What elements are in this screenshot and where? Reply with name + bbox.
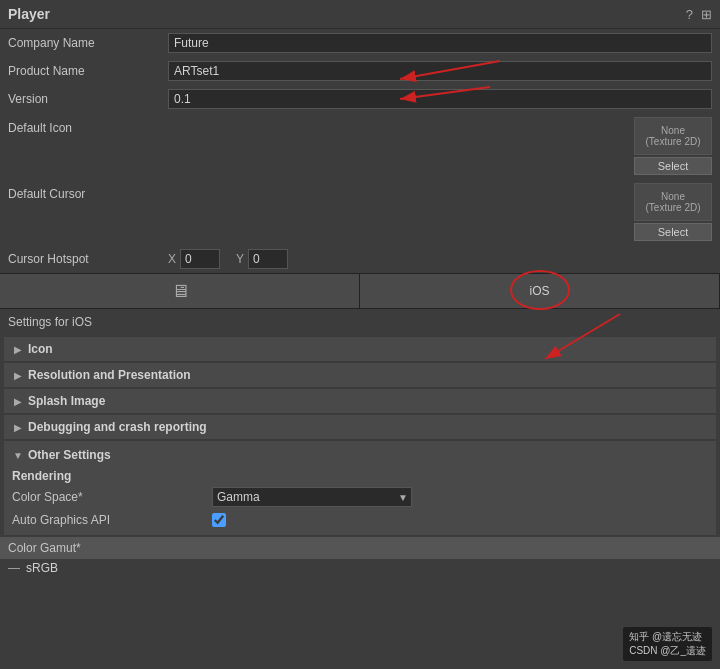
default-icon-select-button[interactable]: Select <box>634 157 712 175</box>
color-space-select[interactable]: Gamma Linear <box>212 487 412 507</box>
company-name-input[interactable] <box>168 33 712 53</box>
company-name-row: Company Name <box>0 29 720 57</box>
other-settings-toggle: ▼ <box>12 449 24 461</box>
default-cursor-texture-box: None (Texture 2D) <box>634 183 712 221</box>
cursor-hotspot-row: Cursor Hotspot X Y <box>0 245 720 273</box>
panel-header: Player ? ⊞ <box>0 0 720 29</box>
panel-title: Player <box>8 6 50 22</box>
default-cursor-placeholder: None (Texture 2D) Select <box>634 183 712 241</box>
player-panel: Player ? ⊞ Company Name Product Name Ver… <box>0 0 720 669</box>
settings-header: Settings for iOS <box>0 309 720 335</box>
color-gamut-label: Color Gamut* <box>8 541 208 555</box>
default-cursor-select-button[interactable]: Select <box>634 223 712 241</box>
icon-toggle: ▶ <box>12 343 24 355</box>
color-gamut-row: Color Gamut* <box>0 537 720 559</box>
tab-ios[interactable]: iOS <box>360 274 720 308</box>
color-space-row: Color Space* Gamma Linear ▼ <box>12 485 708 509</box>
other-settings-header[interactable]: ▼ Other Settings <box>12 445 708 465</box>
version-row: Version <box>0 85 720 113</box>
splash-section-label: Splash Image <box>28 394 105 408</box>
color-space-label: Color Space* <box>12 490 212 504</box>
section-other-settings: ▼ Other Settings Rendering Color Space* … <box>4 441 716 535</box>
desktop-icon: 🖥 <box>171 281 189 302</box>
srgb-dash: — <box>8 561 20 575</box>
help-icon[interactable]: ? <box>686 7 693 22</box>
texture-none-text: None <box>645 125 700 136</box>
version-input[interactable] <box>168 89 712 109</box>
default-icon-placeholder: None (Texture 2D) Select <box>634 117 712 175</box>
ios-tab-label: iOS <box>529 284 549 298</box>
default-icon-row: Default Icon None (Texture 2D) Select <box>0 113 720 179</box>
default-cursor-row: Default Cursor None (Texture 2D) Select <box>0 179 720 245</box>
default-cursor-label: Default Cursor <box>8 183 168 201</box>
section-debugging[interactable]: ▶ Debugging and crash reporting <box>4 415 716 440</box>
product-name-value-container <box>168 61 712 81</box>
default-icon-texture-box: None (Texture 2D) <box>634 117 712 155</box>
section-splash[interactable]: ▶ Splash Image <box>4 389 716 414</box>
panel-icons: ? ⊞ <box>686 7 712 22</box>
srgb-row: — sRGB <box>0 559 720 577</box>
product-name-label: Product Name <box>8 64 168 78</box>
hotspot-x-field: X <box>168 249 220 269</box>
color-space-dropdown-wrapper: Gamma Linear ▼ <box>212 487 412 507</box>
watermark: 知乎 @遗忘无迹CSDN @乙_遗迹 <box>623 627 712 661</box>
product-name-input[interactable] <box>168 61 712 81</box>
product-name-row: Product Name <box>0 57 720 85</box>
section-resolution[interactable]: ▶ Resolution and Presentation <box>4 363 716 388</box>
auto-graphics-label: Auto Graphics API <box>12 513 212 527</box>
texture-type-text: (Texture 2D) <box>645 136 700 147</box>
tab-desktop[interactable]: 🖥 <box>0 274 360 308</box>
resolution-section-label: Resolution and Presentation <box>28 368 191 382</box>
hotspot-y-field: Y <box>236 249 288 269</box>
cursor-texture-none-text: None <box>645 191 700 202</box>
panel-content: Company Name Product Name Version Defaul… <box>0 29 720 669</box>
debugging-section-label: Debugging and crash reporting <box>28 420 207 434</box>
hotspot-x-label: X <box>168 252 176 266</box>
cursor-hotspot-label: Cursor Hotspot <box>8 252 168 266</box>
auto-graphics-value <box>212 513 708 527</box>
hotspot-y-input[interactable] <box>248 249 288 269</box>
other-settings-label: Other Settings <box>28 448 111 462</box>
hotspot-fields: X Y <box>168 249 712 269</box>
resolution-toggle: ▶ <box>12 369 24 381</box>
splash-toggle: ▶ <box>12 395 24 407</box>
platform-tabs: 🖥 iOS <box>0 273 720 309</box>
hotspot-x-input[interactable] <box>180 249 220 269</box>
settings-header-text: Settings for iOS <box>8 315 92 329</box>
hotspot-y-label: Y <box>236 252 244 266</box>
company-name-label: Company Name <box>8 36 168 50</box>
cursor-texture-type-text: (Texture 2D) <box>645 202 700 213</box>
section-icon[interactable]: ▶ Icon <box>4 337 716 362</box>
color-space-value: Gamma Linear ▼ <box>212 487 708 507</box>
version-value-container <box>168 89 712 109</box>
section-group: ▶ Icon ▶ Resolution and Presentation ▶ S… <box>4 337 716 535</box>
version-label: Version <box>8 92 168 106</box>
icon-section-label: Icon <box>28 342 53 356</box>
company-name-value-container <box>168 33 712 53</box>
auto-graphics-checkbox[interactable] <box>212 513 226 527</box>
default-icon-label: Default Icon <box>8 117 168 135</box>
srgb-label: sRGB <box>26 561 58 575</box>
debugging-toggle: ▶ <box>12 421 24 433</box>
expand-icon[interactable]: ⊞ <box>701 7 712 22</box>
auto-graphics-row: Auto Graphics API <box>12 509 708 531</box>
rendering-label: Rendering <box>12 465 708 485</box>
